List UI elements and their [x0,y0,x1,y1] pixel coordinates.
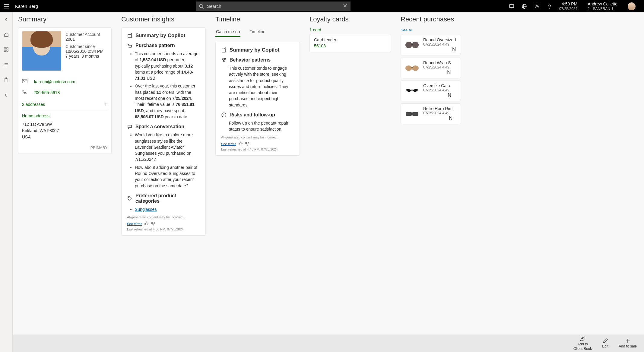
add-to-sale-button[interactable]: Add to sale [619,338,637,348]
purchase-bullet-2: Over the last year, this customer has pl… [135,83,200,120]
product-name: Round Oversized [423,37,456,42]
globe-icon[interactable] [521,3,527,9]
preferred-category-link[interactable]: Sunglasses [135,207,157,212]
tab-timeline[interactable]: Timeline [249,27,266,37]
svg-point-24 [129,47,129,48]
timeline-heading: Timeline [215,15,300,23]
help-icon[interactable] [547,3,553,9]
addresses-link[interactable]: 2 addresses [22,102,45,107]
add-address-icon[interactable]: + [104,101,108,108]
edit-button[interactable]: Edit [602,338,608,348]
thumbs-down-icon[interactable] [245,141,249,146]
list-icon[interactable] [2,61,11,69]
svg-point-39 [412,42,419,48]
preferred-categories-header: Preferred product categories [127,193,200,204]
svg-point-41 [405,65,412,71]
copilot-summary-header: Summary by Copilot [127,33,200,39]
user-avatar[interactable] [628,2,636,10]
svg-rect-37 [246,142,246,144]
product-thumb [404,108,420,120]
timeline-copilot-header: Summary by Copilot [221,47,294,53]
product-date: 07/25/2024 4:49 [423,88,451,92]
risks-body: Follow up on the pendant repair status t… [229,120,294,132]
user-info: Andrew Collette 2 - SANFRAN-1 [588,2,617,11]
top-bar: Karen Berg 4:50 PM 07/25/2024 Andrew Col… [0,0,644,12]
main-content: Summary Customer Account 2001 Customer s… [13,12,644,335]
product-name: Retro Horn Rim [423,106,452,111]
chat-icon[interactable] [509,3,515,9]
refreshed-timeline: Last refreshed at 4:48 PM, 07/25/2024 [221,147,294,151]
count-badge[interactable]: 0 [2,91,11,99]
svg-rect-23 [128,34,132,38]
product-thumb [404,85,420,97]
email-icon [22,79,27,84]
add-to-client-book-button[interactable]: Add to Client Book [573,336,592,351]
clear-search-icon[interactable] [343,3,349,9]
phone-link[interactable]: 206-555-5613 [33,90,60,95]
clipboard-icon[interactable] [2,76,11,84]
svg-point-38 [405,42,412,48]
thumbs-up-icon[interactable] [144,221,149,226]
see-all-link[interactable]: See all [401,28,413,32]
tab-catch-me-up[interactable]: Catch me up [215,27,240,37]
refreshed-insights: Last refreshed at 4:50 PM, 07/25/2024 [127,227,200,231]
svg-point-26 [128,197,129,198]
recent-purchase-item[interactable]: Round Wrap S 07/25/2024 4:49 N [401,58,461,78]
time-date: 4:50 PM 07/25/2024 [559,2,577,11]
svg-rect-29 [222,49,226,52]
recent-purchases-column: Recent purchases See all Round Oversized… [401,15,461,328]
svg-point-35 [224,116,224,116]
svg-rect-45 [406,112,412,116]
svg-rect-36 [239,144,240,145]
risks-header: Risks and follow-up [221,112,294,118]
svg-rect-13 [4,48,6,49]
search-container [196,2,351,11]
primary-tag: PRIMARY [22,146,108,150]
svg-rect-7 [509,5,514,8]
recent-purchase-item[interactable]: Retro Horn Rim 07/25/2024 4:49 N [401,103,461,124]
left-nav-rail: 0 [0,12,13,352]
search-input[interactable] [196,2,351,11]
thumbs-down-icon[interactable] [151,221,155,226]
product-date: 07/25/2024 4:49 [423,111,452,115]
loyalty-count[interactable]: 1 card [309,27,321,32]
svg-rect-28 [151,222,152,224]
topbar-right-icons: 4:50 PM 07/25/2024 Andrew Collette 2 - S… [509,2,637,11]
svg-point-49 [584,337,585,338]
svg-rect-47 [411,113,413,113]
svg-rect-15 [4,50,6,52]
since-label: Customer since [65,44,103,49]
since-date: 10/05/2016 2:34 PM [65,49,103,54]
back-icon[interactable] [2,15,11,24]
account-value: 2001 [65,37,103,42]
card-tender-label: Card tender [314,37,386,42]
product-tail: N [423,46,456,52]
hamburger-menu[interactable] [2,2,11,11]
product-name: Oversize Cat-e [423,83,451,88]
purchase-bullet-1: This customer spends an average of 1,537… [135,51,200,81]
email-link[interactable]: karenb@contoso.com [34,79,75,84]
summary-heading: Summary [18,15,112,23]
loyalty-card[interactable]: Card tender 55103 [309,34,391,52]
timeline-card: Summary by Copilot Behavior patterns Thi… [215,42,300,156]
apps-icon[interactable] [2,46,11,54]
settings-icon[interactable] [534,3,540,9]
ai-disclaimer-insights: AI-generated content may be incorrect. S… [127,215,200,226]
thumbs-up-icon[interactable] [239,141,243,146]
home-icon[interactable] [2,30,11,39]
current-time: 4:50 PM [562,2,577,7]
page-title: Karen Berg [15,4,38,9]
svg-rect-27 [145,224,146,225]
svg-point-3 [200,4,203,8]
svg-rect-44 [411,90,413,90]
product-tail: N [423,92,451,98]
account-label: Customer Account [65,32,103,37]
spark-bullet-1: Would you like to explore more sunglasse… [135,132,200,162]
recent-purchase-item[interactable]: Round Oversized 07/25/2024 4:49 N [401,35,461,55]
see-terms-link-timeline[interactable]: See terms [221,142,236,146]
since-duration: 7 years, 9 months [65,54,103,59]
svg-point-16 [6,50,8,52]
recent-purchase-item[interactable]: Oversize Cat-e 07/25/2024 4:49 N [401,81,461,101]
see-terms-link[interactable]: See terms [127,222,142,226]
timeline-column: Timeline Catch me up Timeline Summary by… [215,15,300,328]
